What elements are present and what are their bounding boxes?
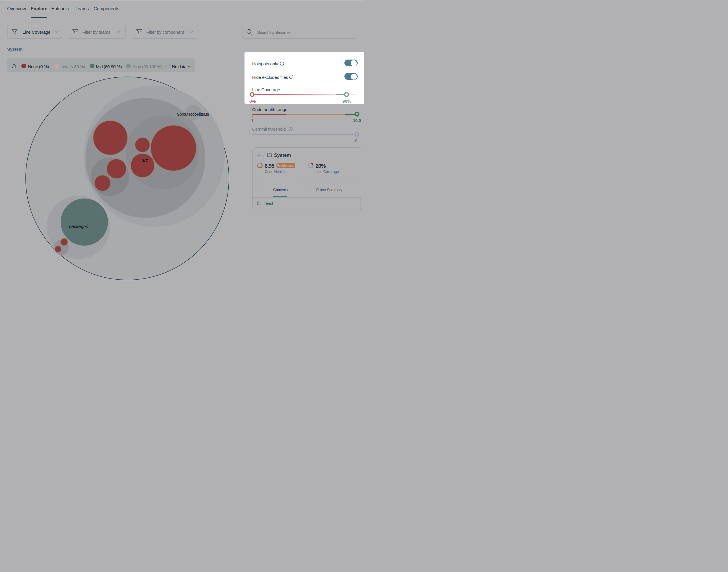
svg-text:SproutTodoFilter.ts: SproutTodoFilter.ts (177, 112, 209, 117)
svg-text:packages: packages (68, 224, 88, 229)
svg-text:src: src (142, 158, 148, 162)
